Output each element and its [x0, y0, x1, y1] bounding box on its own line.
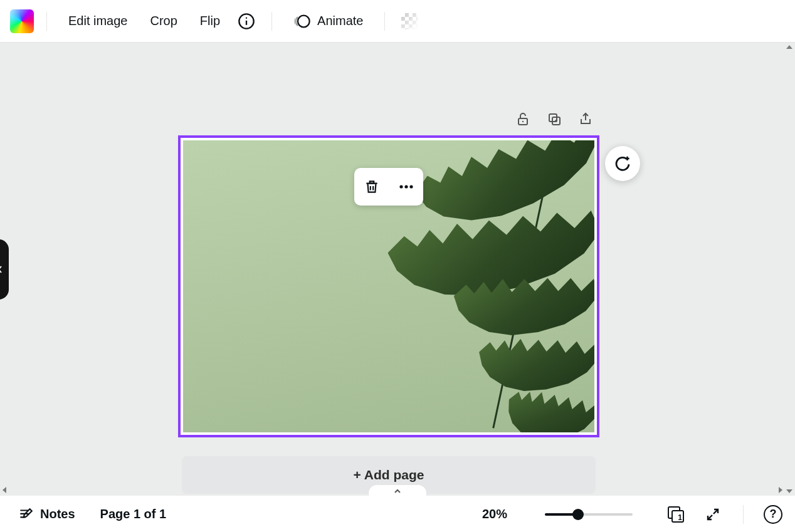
editor-area: + Add page	[0, 43, 795, 496]
grid-view-button[interactable]: 1	[664, 503, 688, 526]
scroll-track[interactable]	[785, 50, 794, 488]
edit-image-label: Edit image	[68, 14, 128, 28]
footer-separator	[743, 505, 744, 524]
transparency-icon	[401, 13, 418, 29]
vertical-scrollbar[interactable]	[785, 44, 794, 494]
svg-point-3	[298, 15, 310, 27]
grid-count-badge: 1	[678, 513, 682, 522]
toolbar-separator	[384, 12, 385, 31]
page-action-bar	[514, 110, 594, 128]
duplicate-page-button[interactable]	[545, 110, 563, 128]
flip-button[interactable]: Flip	[191, 9, 229, 33]
more-options-button[interactable]	[394, 174, 419, 199]
grid-view-icon: 1	[666, 505, 685, 524]
export-page-button[interactable]	[577, 110, 594, 128]
floating-context-menu	[354, 168, 423, 206]
scroll-left-icon	[3, 487, 6, 493]
flip-label: Flip	[200, 14, 220, 28]
delete-button[interactable]	[359, 174, 384, 199]
toolbar-separator	[271, 12, 272, 31]
side-panel-expand-button[interactable]	[0, 239, 9, 300]
image-toolbar: Edit image Crop Flip Animate	[0, 0, 795, 43]
color-swatch-button[interactable]	[10, 9, 34, 33]
svg-point-9	[409, 185, 413, 188]
notes-button[interactable]: Notes	[13, 503, 80, 526]
leaf-shape	[405, 140, 594, 234]
svg-point-2	[246, 17, 247, 18]
notes-label: Notes	[40, 507, 75, 521]
zoom-slider-knob[interactable]	[572, 509, 584, 520]
zoom-level-label[interactable]: 20%	[482, 507, 507, 521]
crop-label: Crop	[150, 14, 177, 28]
lock-button[interactable]	[514, 110, 532, 128]
toolbar-separator	[46, 12, 47, 31]
animate-icon	[293, 13, 311, 30]
scroll-down-icon	[786, 489, 792, 493]
horizontal-scrollbar[interactable]	[1, 486, 784, 494]
info-icon	[238, 13, 255, 30]
zoom-slider[interactable]	[545, 513, 633, 516]
status-bar: Notes Page 1 of 1 20% 1 ?	[0, 496, 795, 532]
help-label: ?	[770, 508, 777, 521]
transparency-button[interactable]	[398, 8, 421, 34]
info-button[interactable]	[234, 8, 259, 35]
scroll-right-icon	[779, 487, 782, 493]
notes-icon	[18, 506, 34, 523]
help-button[interactable]: ?	[764, 505, 782, 524]
animate-button[interactable]: Animate	[285, 8, 372, 35]
crop-button[interactable]: Crop	[142, 9, 186, 33]
edit-image-button[interactable]: Edit image	[60, 9, 137, 33]
add-page-label: + Add page	[354, 467, 424, 482]
scroll-up-icon	[786, 45, 792, 49]
animate-label: Animate	[317, 14, 363, 28]
fullscreen-icon	[705, 507, 720, 522]
svg-point-8	[404, 185, 408, 188]
fullscreen-button[interactable]	[703, 504, 723, 524]
svg-point-7	[399, 185, 403, 188]
page-indicator-button[interactable]: Page 1 of 1	[95, 503, 172, 525]
page-indicator-label: Page 1 of 1	[100, 507, 167, 521]
ai-assist-button[interactable]	[605, 146, 640, 181]
